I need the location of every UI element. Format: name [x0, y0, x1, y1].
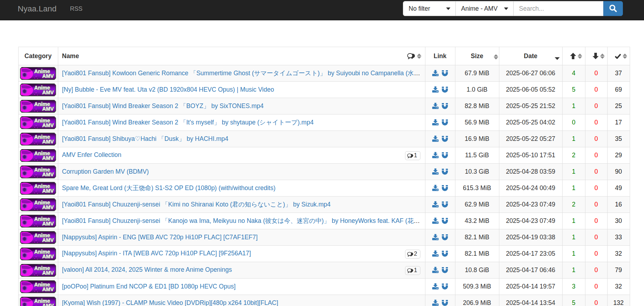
svg-text:AMV: AMV — [42, 155, 54, 161]
svg-text:AMV: AMV — [42, 73, 54, 79]
svg-text:AMV: AMV — [42, 139, 54, 144]
svg-text:AMV: AMV — [42, 254, 54, 259]
svg-text:AMV: AMV — [42, 106, 54, 112]
svg-text:AMV: AMV — [42, 237, 54, 243]
svg-text:AMV: AMV — [42, 204, 54, 210]
svg-text:AMV: AMV — [42, 188, 54, 194]
svg-text:AMV: AMV — [42, 90, 54, 95]
svg-text:AMV: AMV — [42, 286, 54, 292]
svg-text:AMV: AMV — [42, 270, 54, 276]
svg-text:AMV: AMV — [42, 303, 54, 306]
svg-text:AMV: AMV — [42, 221, 54, 226]
svg-text:AMV: AMV — [42, 122, 54, 128]
svg-text:AMV: AMV — [42, 172, 54, 177]
